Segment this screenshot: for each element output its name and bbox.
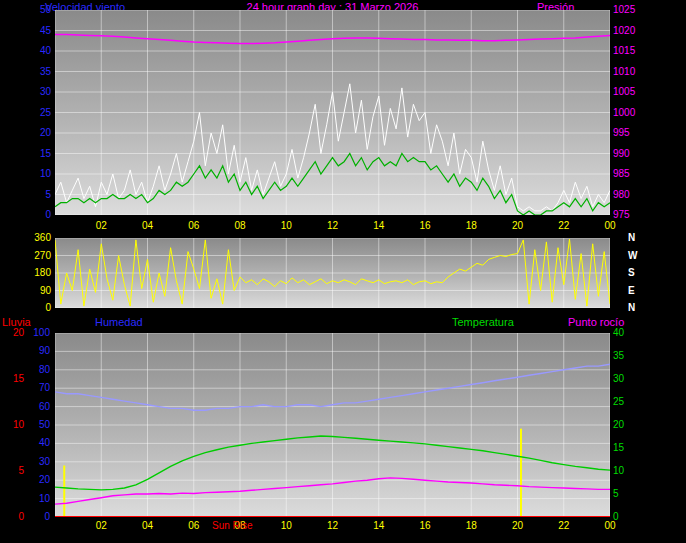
tick-label: 40 (0, 437, 50, 449)
hour-tick-label: 14 (373, 520, 384, 532)
tick-label: 1015 (613, 45, 679, 57)
tick-label: 25 (613, 396, 653, 408)
tick-label: 100 (0, 327, 50, 339)
tick-label: 15 (0, 148, 51, 160)
hour-tick-label: 20 (512, 220, 523, 232)
humidity-label: Humedad (95, 316, 143, 328)
tick-label: 30 (0, 86, 51, 98)
tick-label: 25 (0, 107, 51, 119)
tick-label: 180 (0, 267, 51, 279)
tick-label: 1010 (613, 66, 679, 78)
tick-label: 1005 (613, 86, 679, 98)
hour-tick-label: 10 (281, 520, 292, 532)
hour-tick-label: 22 (558, 220, 569, 232)
humidity-temperature-plot (55, 333, 610, 517)
hour-tick-label: 10 (281, 220, 292, 232)
wind-direction-plot (55, 238, 610, 308)
wind-pressure-plot (55, 10, 610, 215)
hour-tick-label: 00 (604, 220, 615, 232)
wind-direction-chart (55, 238, 610, 308)
direction-degrees-axis: 360270180900 (0, 238, 51, 308)
temperature-label: Temperatura (452, 316, 514, 328)
compass-axis: NWSEN (628, 238, 648, 308)
tick-label: 60 (0, 401, 50, 413)
tick-label: 1000 (613, 107, 679, 119)
tick-label: 5 (0, 189, 51, 201)
tick-label: 70 (0, 382, 50, 394)
tick-label: N (628, 302, 648, 314)
tick-label: 40 (0, 45, 51, 57)
tick-label: 10 (613, 465, 653, 477)
tick-label: 50 (0, 419, 50, 431)
tick-label: 50 (0, 4, 51, 16)
hour-tick-label: 04 (142, 220, 153, 232)
tick-label: 20 (613, 419, 653, 431)
sun-rise-label: Sun Rise (212, 520, 253, 532)
hour-tick-label: 04 (142, 520, 153, 532)
tick-label: 0 (0, 209, 51, 221)
wind-speed-axis: 50454035302520151050 (0, 10, 51, 215)
tick-label: 30 (0, 456, 50, 468)
hour-tick-label: 18 (466, 220, 477, 232)
tick-label: 0 (0, 302, 51, 314)
tick-label: 995 (613, 127, 679, 139)
tick-label: 35 (613, 350, 653, 362)
tick-label: 45 (0, 25, 51, 37)
tick-label: 980 (613, 189, 679, 201)
wind-pressure-chart (55, 10, 610, 215)
temperature-axis: 4035302520151050 (613, 333, 653, 517)
tick-label: 90 (0, 285, 51, 297)
tick-label: 15 (613, 442, 653, 454)
tick-label: 990 (613, 148, 679, 160)
tick-label: S (628, 267, 648, 279)
tick-label: 10 (0, 493, 50, 505)
pressure-axis: 102510201015101010051000995990985980975 (613, 10, 679, 215)
humidity-temperature-chart (55, 333, 610, 517)
bottom-time-axis: 020406081012141618202200 (55, 520, 610, 534)
hour-tick-label: 00 (604, 520, 615, 532)
tick-label: 40 (613, 327, 653, 339)
tick-label: 35 (0, 66, 51, 78)
tick-label: 270 (0, 250, 51, 262)
tick-label: 10 (0, 168, 51, 180)
tick-label: 0 (0, 511, 50, 523)
hour-tick-label: 16 (419, 220, 430, 232)
hour-tick-label: 20 (512, 520, 523, 532)
hour-tick-label: 22 (558, 520, 569, 532)
tick-label: 20 (0, 474, 50, 486)
top-time-axis: 020406081012141618202200 (55, 220, 610, 234)
tick-label: W (628, 250, 648, 262)
hour-tick-label: 18 (466, 520, 477, 532)
tick-label: 0 (613, 511, 653, 523)
cumulus-24h-graph-window: Velocidad viento 24 hour graph day : 31 … (0, 0, 686, 543)
hour-tick-label: 02 (96, 520, 107, 532)
tick-label: 80 (0, 364, 50, 376)
tick-label: 360 (0, 232, 51, 244)
tick-label: 90 (0, 345, 50, 357)
hour-tick-label: 06 (188, 520, 199, 532)
tick-label: 975 (613, 209, 679, 221)
tick-label: 30 (613, 373, 653, 385)
hour-tick-label: 12 (327, 520, 338, 532)
hour-tick-label: 16 (419, 520, 430, 532)
tick-label: 20 (0, 127, 51, 139)
hour-tick-label: 14 (373, 220, 384, 232)
tick-label: N (628, 232, 648, 244)
tick-label: 5 (613, 488, 653, 500)
hour-tick-label: 02 (96, 220, 107, 232)
hour-tick-label: 12 (327, 220, 338, 232)
tick-label: 1020 (613, 25, 679, 37)
tick-label: E (628, 285, 648, 297)
tick-label: 1025 (613, 4, 679, 16)
hour-tick-label: 08 (234, 220, 245, 232)
tick-label: 985 (613, 168, 679, 180)
hour-tick-label: 06 (188, 220, 199, 232)
humidity-axis: 1009080706050403020100 (0, 333, 50, 517)
